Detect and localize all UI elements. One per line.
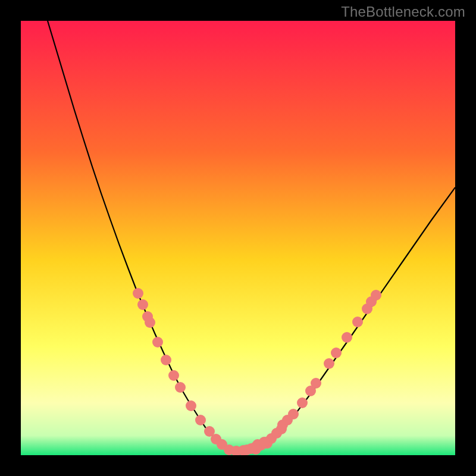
curve-marker	[145, 317, 155, 328]
chart-frame: TheBottleneck.com	[0, 0, 476, 476]
curve-marker	[168, 370, 179, 381]
curve-marker	[175, 382, 186, 393]
curve-marker	[311, 378, 321, 389]
curve-marker	[246, 443, 256, 454]
gradient-background	[21, 21, 455, 455]
curve-marker	[297, 397, 308, 408]
curve-marker	[342, 332, 352, 343]
plot-area	[21, 21, 455, 455]
curve-marker	[259, 437, 270, 447]
curve-marker	[195, 415, 206, 425]
watermark-text: TheBottleneck.com	[341, 4, 465, 20]
curve-marker	[161, 355, 171, 365]
curve-marker	[186, 400, 196, 411]
chart-svg	[21, 21, 455, 455]
curve-marker	[331, 347, 342, 358]
curve-marker	[371, 290, 381, 300]
curve-marker	[137, 299, 148, 310]
curve-marker	[152, 337, 163, 347]
curve-marker	[324, 358, 334, 369]
curve-marker	[352, 317, 363, 327]
curve-marker	[133, 288, 143, 299]
curve-marker	[282, 415, 293, 425]
